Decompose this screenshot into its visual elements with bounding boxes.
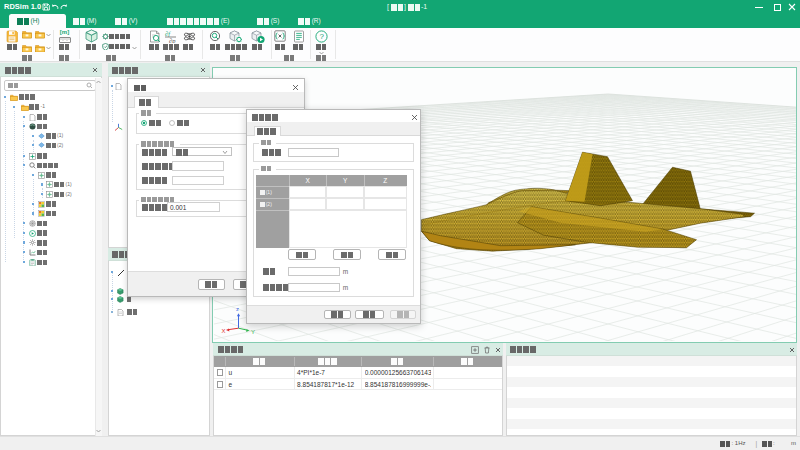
svg-text:z: z	[236, 306, 239, 312]
svg-text:?: ?	[319, 32, 324, 41]
svg-text:Y: Y	[251, 329, 255, 335]
svg-text:∂p: ∂p	[169, 36, 176, 43]
svg-text:X: X	[221, 328, 225, 334]
